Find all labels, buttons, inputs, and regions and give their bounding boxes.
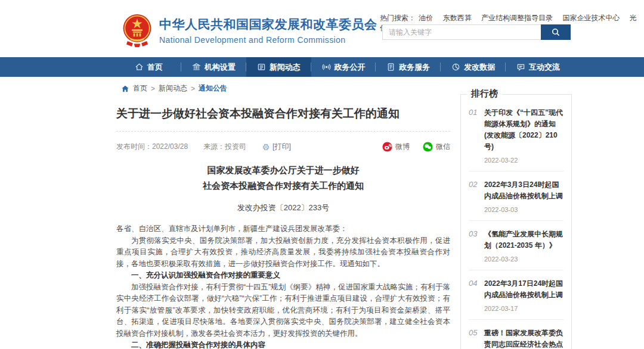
article-main: 关于进一步做好社会资本投融资合作对接有关工作的通知 发布时间：2022/03/2… xyxy=(116,106,450,349)
nav-item-institution[interactable]: 机构设置 xyxy=(181,57,246,77)
nav-item-interaction[interactable]: 互动交流 xyxy=(506,57,571,77)
nav-item-data[interactable]: 发改数据 xyxy=(441,57,506,77)
publish-time: 发布时间：2022/03/28 xyxy=(116,142,188,152)
ranking-item-title[interactable]: 2022年3月3日24时起国内成品油价格按机制上调 xyxy=(484,179,564,202)
article-body: 各省、自治区、直辖市及计划单列市，新疆生产建设兵团发展改革委： 为贯彻落实党中央… xyxy=(116,223,450,349)
ranking-item-title[interactable]: 关于印发《“十四五”现代能源体系规划》的通知(发改能源〔2022〕210号) xyxy=(484,107,564,152)
document-heading: 国家发展改革委办公厅关于进一步做好 社会资本投融资合作对接有关工作的通知 xyxy=(116,163,450,194)
body-paragraph: 为贯彻落实党中央、国务院决策部署，加大投融资创新力度，充分发挥社会资本积极作用，… xyxy=(116,235,450,270)
ranking-title: 排行榜 xyxy=(467,88,502,99)
nav-item-label: 政务公开 xyxy=(335,62,366,73)
ranking-item-title[interactable]: 重磅！国家发展改革委负责同志回应经济社会热点问题 xyxy=(484,328,564,349)
search-input[interactable] xyxy=(382,24,541,40)
share-weibo-button[interactable]: 微博 xyxy=(382,142,410,152)
nav-item-service[interactable]: 政务服务 xyxy=(376,57,441,77)
nav-item-label: 互动交流 xyxy=(529,62,560,73)
title-divider xyxy=(116,131,450,132)
page-title: 关于进一步做好社会资本投融资合作对接有关工作的通知 xyxy=(116,106,450,121)
document-number: 发改办投资〔2022〕233号 xyxy=(116,202,450,213)
rank-number: 03 xyxy=(469,229,484,263)
ranking-item[interactable]: 03 《氢能产业发展中长期规划（2021-2035 年）》 2022-03-23 xyxy=(469,221,564,270)
document-heading-line1: 国家发展改革委办公厅关于进一步做好 xyxy=(116,163,450,178)
search-bar xyxy=(382,24,571,40)
print-button[interactable]: [打印] xyxy=(262,142,291,152)
weibo-icon xyxy=(382,142,392,152)
breadcrumb-separator: > xyxy=(191,85,195,93)
main-navigation: 首页 机构设置 新闻动态 政务公开 政务服务 xyxy=(0,57,644,77)
rank-number: 02 xyxy=(469,179,484,213)
nav-item-label: 首页 xyxy=(147,62,163,73)
ranking-item-date: 2022-03-22 xyxy=(484,157,564,164)
body-section-heading: 一、充分认识加强投融资合作对接的重要意义 xyxy=(116,270,450,282)
wechat-icon xyxy=(423,142,433,152)
ranking-item-title[interactable]: 《氢能产业发展中长期规划（2021-2035 年）》 xyxy=(484,229,564,251)
breadcrumb: 首页 > 新闻动态 > 通知公告 xyxy=(121,83,227,94)
rank-number: 01 xyxy=(469,107,484,164)
institution-icon xyxy=(192,63,201,71)
nav-item-label: 发改数据 xyxy=(464,62,495,73)
body-paragraph: 加强投融资合作对接，有利于贯彻“十四五”规划《纲要》精神，促进国家重大战略实施；… xyxy=(116,282,450,340)
site-header: 中华人民共和国国家发展和改革委员会 National Development a… xyxy=(0,0,644,57)
site-title-en: National Development and Reform Commissi… xyxy=(159,35,377,45)
hot-search-link[interactable]: 油价 xyxy=(419,14,433,22)
breadcrumb-item-home[interactable]: 首页 xyxy=(133,83,147,94)
ranking-item-date: 2022-03-17 xyxy=(484,305,564,312)
share-wechat-button[interactable]: 微信 xyxy=(423,142,450,152)
site-logo[interactable]: 中华人民共和国国家发展和改革委员会 National Development a… xyxy=(121,13,377,48)
interaction-icon xyxy=(516,63,525,71)
ranking-item-date: 2022-03-03 xyxy=(484,206,564,213)
nav-item-home[interactable]: 首页 xyxy=(116,57,181,77)
ranking-item[interactable]: 02 2022年3月3日24时起国内成品油价格按机制上调 2022-03-03 xyxy=(469,172,564,221)
share-bar: 微博 微信 xyxy=(369,142,450,152)
document-heading-line2: 社会资本投融资合作对接有关工作的通知 xyxy=(116,178,450,194)
share-wechat-label: 微信 xyxy=(436,142,450,152)
service-icon xyxy=(386,63,395,71)
home-icon xyxy=(135,63,144,71)
breadcrumb-item-notices[interactable]: 通知公告 xyxy=(199,83,227,94)
breadcrumb-separator: > xyxy=(151,85,155,93)
home-icon[interactable] xyxy=(121,85,129,93)
ranking-item[interactable]: 04 2022年3月17日24时起国内成品油价格按机制上调 2022-03-17 xyxy=(469,270,564,320)
hot-search-label: 热门搜索： xyxy=(380,14,416,22)
ranking-item[interactable]: 05 重磅！国家发展改革委负责同志回应经济社会热点问题 2022-03-07 xyxy=(469,320,564,349)
site-title: 中华人民共和国国家发展和改革委员会 xyxy=(159,16,377,33)
article-meta: 发布时间：2022/03/28 来源：投资司 [打印] 微博 xyxy=(116,142,450,152)
ranking-item-title[interactable]: 2022年3月17日24时起国内成品油价格按机制上调 xyxy=(484,278,564,301)
disclosure-icon xyxy=(322,63,331,71)
national-emblem-icon xyxy=(121,13,153,48)
search-button[interactable] xyxy=(541,24,571,40)
nav-item-disclosure[interactable]: 政务公开 xyxy=(311,57,376,77)
nav-item-label: 政务服务 xyxy=(399,62,430,73)
article-source: 来源：投资司 xyxy=(203,142,246,152)
breadcrumb-item-news[interactable]: 新闻动态 xyxy=(159,83,187,94)
body-section-heading: 二、准确把握投融资合作对接的具体内容 xyxy=(116,339,450,349)
hot-search-link[interactable]: 国家企业技术中心 xyxy=(562,14,620,22)
news-icon xyxy=(257,63,266,71)
body-salutation: 各省、自治区、直辖市及计划单列市，新疆生产建设兵团发展改革委： xyxy=(116,223,450,235)
ranking-item-date: 2022-03-23 xyxy=(484,255,564,263)
printer-icon xyxy=(262,143,270,151)
ranking-panel: 排行榜 01 关于印发《“十四五”现代能源体系规划》的通知(发改能源〔2022〕… xyxy=(460,94,572,349)
nav-item-label: 新闻动态 xyxy=(270,62,301,73)
hot-search-link[interactable]: 东数西算 xyxy=(443,14,472,22)
share-weibo-label: 微博 xyxy=(395,142,410,152)
rank-number: 05 xyxy=(469,328,484,349)
nav-item-label: 机构设置 xyxy=(205,62,236,73)
data-icon xyxy=(451,63,460,71)
rank-number: 04 xyxy=(469,278,484,312)
ranking-item[interactable]: 01 关于印发《“十四五”现代能源体系规划》的通知(发改能源〔2022〕210号… xyxy=(469,99,564,172)
print-label: [打印] xyxy=(273,142,291,152)
search-icon xyxy=(551,27,561,37)
hot-search-link[interactable]: 产业结构调整指导目录 xyxy=(481,14,553,22)
nav-item-news[interactable]: 新闻动态 xyxy=(246,57,311,77)
